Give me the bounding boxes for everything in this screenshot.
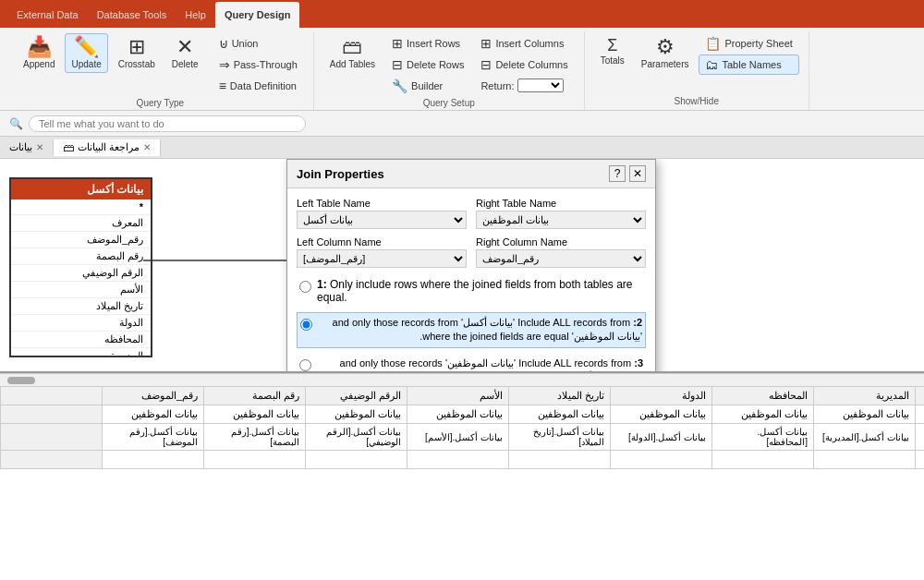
grid-col-header-4[interactable]: تاريخ الميلاد bbox=[509, 387, 611, 405]
left-field-4[interactable]: الرقم الوضيفي bbox=[11, 265, 151, 282]
return-field[interactable]: Return: bbox=[474, 76, 574, 95]
tab-byanat[interactable]: بيانات ✕ bbox=[0, 139, 54, 155]
builder-btn[interactable]: 🔧 Builder bbox=[385, 76, 470, 96]
grid-cell-1-8[interactable]: بيانات أكسل.[العزله] bbox=[916, 424, 925, 451]
addtables-btn[interactable]: 🗃 Add Tables bbox=[323, 33, 382, 73]
grid-corner bbox=[1, 387, 103, 405]
dialog-option-1[interactable]: 1: Only include rows where the joined fi… bbox=[297, 275, 646, 307]
search-input[interactable] bbox=[29, 115, 306, 132]
left-field-7[interactable]: الدولة bbox=[11, 315, 151, 332]
left-field-1[interactable]: المعرف bbox=[11, 215, 151, 232]
table-row bbox=[1, 451, 925, 469]
deletecols-btn[interactable]: ⊟ Delete Columns bbox=[474, 54, 574, 75]
grid-cell-0-4[interactable]: بيانات الموظفين bbox=[509, 405, 611, 424]
grid-cell-1-3[interactable]: بيانات أكسل.[الأسم] bbox=[407, 424, 509, 451]
grid-col-header-8[interactable]: العزله bbox=[916, 387, 925, 405]
passthrough-btn[interactable]: ⇒ Pass-Through bbox=[213, 54, 304, 75]
left-field-8[interactable]: المحافظه bbox=[11, 332, 151, 348]
dialog-left-col-select[interactable]: [رقم_الموضف] bbox=[297, 249, 467, 268]
design-hscroll-thumb[interactable] bbox=[7, 377, 35, 384]
grid-cell-2-1[interactable] bbox=[204, 451, 306, 469]
tab-query-design[interactable]: Query Design bbox=[215, 2, 300, 28]
tab-mraj3a[interactable]: 🗃 مراجعة البيانات ✕ bbox=[54, 139, 161, 156]
search-bar: 🔍 bbox=[0, 111, 924, 137]
grid-col-header-3[interactable]: الأسم bbox=[407, 387, 509, 405]
left-field-6[interactable]: تاريخ الميلاد bbox=[11, 298, 151, 315]
grid-cell-1-5[interactable]: بيانات أكسل.[الدولة] bbox=[611, 424, 712, 451]
tab-database-tools[interactable]: Database Tools bbox=[88, 2, 176, 28]
dialog-right-col-select[interactable]: رقم_الموضف bbox=[476, 249, 646, 268]
dialog-option-2[interactable]: 2: Include ALL records from 'بيانات أكسل… bbox=[297, 312, 646, 348]
parameters-btn[interactable]: ⚙ Parameters bbox=[635, 33, 696, 73]
tablenames-btn[interactable]: 🗂 Table Names bbox=[699, 54, 798, 75]
grid-col-header-1[interactable]: رقم البصمة bbox=[204, 387, 306, 405]
addtables-label: Add Tables bbox=[330, 59, 375, 69]
left-field-2[interactable]: رقم_الموضف bbox=[11, 232, 151, 248]
totals-btn[interactable]: Σ Totals bbox=[594, 33, 631, 69]
grid-cell-1-7[interactable]: بيانات أكسل.[المديرية] bbox=[814, 424, 916, 451]
show-hide-small-btns: 📋 Property Sheet 🗂 Table Names bbox=[699, 33, 798, 75]
left-field-0[interactable]: * bbox=[11, 199, 151, 215]
grid-cell-1-2[interactable]: بيانات أكسل.[الرقم الوضيفي] bbox=[306, 424, 407, 451]
grid-col-header-6[interactable]: المحافظه bbox=[712, 387, 814, 405]
grid-cell-2-0[interactable] bbox=[103, 451, 204, 469]
show-hide-content: Σ Totals ⚙ Parameters 📋 Property Sheet 🗂… bbox=[594, 33, 799, 94]
grid-cell-2-6[interactable] bbox=[712, 451, 814, 469]
propertysheet-btn[interactable]: 📋 Property Sheet bbox=[699, 33, 798, 54]
insertcols-btn[interactable]: ⊞ Insert Columns bbox=[474, 33, 574, 54]
design-hscroll[interactable] bbox=[0, 373, 924, 386]
grid-cell-2-3[interactable] bbox=[407, 451, 509, 469]
left-field-9[interactable]: المديرية bbox=[11, 348, 151, 356]
dialog-left-table-select[interactable]: بيانات أكسل bbox=[297, 211, 467, 229]
insertrows-btn[interactable]: ⊞ Insert Rows bbox=[385, 33, 470, 54]
grid-cell-1-0[interactable]: بيانات أكسل.[رقم الموضف] bbox=[103, 424, 204, 451]
dialog-radio-2[interactable] bbox=[300, 319, 312, 331]
left-field-3[interactable]: رقم البصمة bbox=[11, 248, 151, 265]
grid-cell-0-6[interactable]: بيانات الموظفين bbox=[712, 405, 814, 424]
crosstab-icon: ⊞ bbox=[128, 37, 145, 57]
grid-col-header-0[interactable]: رقم_الموضف bbox=[103, 387, 204, 405]
grid-cell-2-8[interactable] bbox=[916, 451, 925, 469]
dialog-right-table-select[interactable]: بيانات الموظفين bbox=[476, 211, 646, 229]
join-properties-dialog: Join Properties ? ✕ Left Table Name بيان… bbox=[286, 159, 656, 373]
grid-cell-0-8[interactable]: بيانات الموظفين bbox=[916, 405, 925, 424]
grid-col-header-7[interactable]: المديرية bbox=[814, 387, 916, 405]
tab-mraj3a-close[interactable]: ✕ bbox=[143, 142, 151, 152]
grid-cell-2-4[interactable] bbox=[509, 451, 611, 469]
dialog-radio-3[interactable] bbox=[299, 359, 311, 371]
left-table-fields: * المعرف رقم_الموضف رقم البصمة الرقم الو… bbox=[11, 199, 151, 356]
grid-cell-0-0[interactable]: بيانات الموظفين bbox=[103, 405, 204, 424]
grid-cell-1-1[interactable]: بيانات أكسل.[رقم البصمة] bbox=[204, 424, 306, 451]
dialog-radio-1[interactable] bbox=[299, 281, 311, 293]
grid-cell-0-5[interactable]: بيانات الموظفين bbox=[611, 405, 712, 424]
grid-cell-1-4[interactable]: بيانات أكسل.[تاريخ الميلاد] bbox=[509, 424, 611, 451]
tab-byanat-close[interactable]: ✕ bbox=[36, 142, 43, 152]
dialog-close-btn[interactable]: ✕ bbox=[629, 165, 646, 182]
delete-btn[interactable]: ✕ Delete bbox=[165, 33, 205, 73]
crosstab-btn[interactable]: ⊞ Crosstab bbox=[112, 33, 162, 73]
grid-cell-0-7[interactable]: بيانات الموظفين bbox=[814, 405, 916, 424]
grid-cell-2-7[interactable] bbox=[814, 451, 916, 469]
dialog-option-3[interactable]: 3: Include ALL records from 'بيانات المو… bbox=[297, 354, 646, 373]
tablenames-label: Table Names bbox=[722, 59, 781, 70]
grid-cell-2-2[interactable] bbox=[306, 451, 407, 469]
dialog-help-btn[interactable]: ? bbox=[609, 165, 626, 182]
dialog-option-3-text: 3: Include ALL records from 'بيانات المو… bbox=[317, 356, 643, 373]
union-btn[interactable]: ⊍ Union bbox=[213, 33, 304, 54]
deleterows-btn[interactable]: ⊟ Delete Rows bbox=[385, 54, 470, 75]
grid-area[interactable]: رقم_الموضف رقم البصمة الرقم الوضيفي الأس… bbox=[0, 386, 924, 580]
update-btn[interactable]: ✏️ Update bbox=[65, 33, 107, 73]
grid-cell-0-1[interactable]: بيانات الموظفين bbox=[204, 405, 306, 424]
left-field-5[interactable]: الأسم bbox=[11, 282, 151, 298]
grid-col-header-2[interactable]: الرقم الوضيفي bbox=[306, 387, 407, 405]
return-select[interactable] bbox=[517, 79, 564, 92]
grid-col-header-5[interactable]: الدولة bbox=[611, 387, 712, 405]
tab-external-data[interactable]: External Data bbox=[7, 2, 88, 28]
grid-cell-0-3[interactable]: بيانات الموظفين bbox=[407, 405, 509, 424]
append-btn[interactable]: 📥 Append bbox=[17, 33, 61, 73]
grid-cell-0-2[interactable]: بيانات الموظفين bbox=[306, 405, 407, 424]
grid-cell-2-5[interactable] bbox=[611, 451, 712, 469]
grid-cell-1-6[interactable]: بيانات أكسل.[المحافظه] bbox=[712, 424, 814, 451]
tab-help[interactable]: Help bbox=[176, 2, 215, 28]
datadefinition-btn[interactable]: ≡ Data Definition bbox=[213, 76, 304, 96]
